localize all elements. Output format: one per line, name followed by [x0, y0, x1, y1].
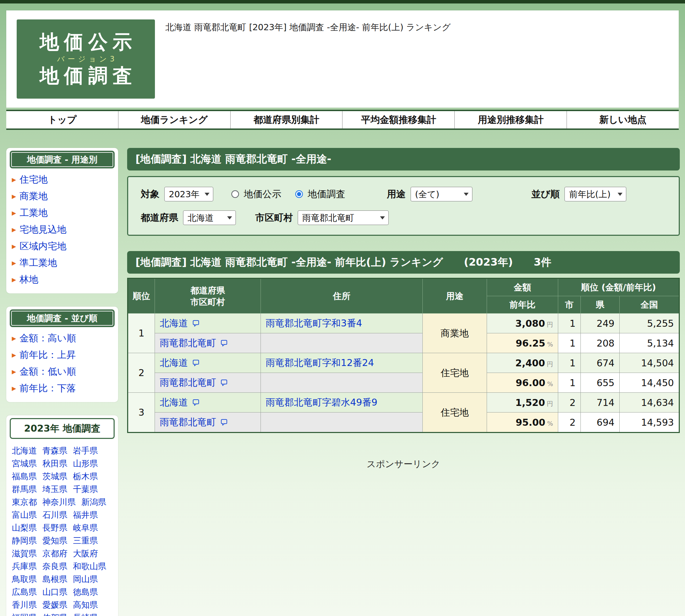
triangle-bullet-icon: ▶ — [12, 335, 16, 342]
target-label: 対象 — [141, 188, 159, 200]
chika-koji-radio[interactable] — [231, 190, 239, 198]
price-cell: 3,080円 — [487, 314, 558, 333]
prefecture-link[interactable]: 和歌山県 — [73, 561, 106, 572]
prefecture-link[interactable]: 佐賀県 — [42, 612, 67, 616]
logo-line-2: 地価調査 — [35, 65, 137, 87]
usage-select[interactable]: (全て) — [411, 187, 472, 201]
prefecture-link[interactable]: 福井県 — [73, 509, 98, 521]
prefecture-link[interactable]: 滋賀県 — [12, 548, 37, 559]
prefecture-link[interactable]: 福島県 — [12, 471, 37, 482]
city-link[interactable]: 雨竜郡北竜町 — [160, 416, 228, 428]
prefecture-link[interactable]: 山形県 — [73, 458, 98, 469]
city-link[interactable]: 雨竜郡北竜町 — [160, 376, 228, 389]
prefecture-link[interactable]: 岐阜県 — [73, 522, 98, 534]
sidebar-usage-link[interactable]: ▶ 区域内宅地 — [10, 238, 115, 255]
price-national-rank-cell: 14,634 — [620, 393, 679, 413]
sidebar-usage-link[interactable]: ▶ 住宅地 — [10, 171, 115, 188]
year-select[interactable]: 2023年 — [164, 187, 213, 201]
pref-link[interactable]: 北海道 — [160, 357, 200, 369]
prefecture-link[interactable]: 香川県 — [12, 599, 37, 611]
prefecture-link[interactable]: 岩手県 — [73, 445, 98, 457]
prefecture-link[interactable]: 東京都 — [12, 497, 37, 508]
prefecture-link[interactable]: 山梨県 — [12, 522, 37, 534]
prefecture-link[interactable]: 青森県 — [42, 445, 67, 457]
city-link[interactable]: 雨竜郡北竜町 — [160, 337, 228, 349]
sidebar-usage-link[interactable]: ▶ 宅地見込地 — [10, 221, 115, 238]
prefecture-link[interactable]: 宮城県 — [12, 458, 37, 469]
pref-link[interactable]: 北海道 — [160, 317, 200, 330]
prefecture-link[interactable]: 北海道 — [12, 445, 37, 457]
sidebar-sort-link[interactable]: ▶ 前年比：上昇 — [10, 347, 115, 363]
ranking-table: 順位 都道府県 市区町村 住所 用途 金額 順位 (金額/前年比) 前年比 市 … — [127, 278, 680, 433]
triangle-bullet-icon: ▶ — [12, 176, 16, 183]
sidebar-sort-link[interactable]: ▶ 金額：高い順 — [10, 330, 115, 347]
prefecture-link[interactable]: 千葉県 — [73, 484, 98, 495]
prefecture-link[interactable]: 岡山県 — [73, 574, 98, 585]
prefecture-link[interactable]: 静岡県 — [12, 535, 37, 547]
prefecture-link[interactable]: 鳥取県 — [12, 574, 37, 585]
nav-item[interactable]: 都道府県別集計 — [230, 111, 342, 128]
prefecture-link[interactable]: 大阪府 — [73, 548, 98, 559]
prefecture-link[interactable]: 長野県 — [42, 522, 67, 534]
prefecture-link[interactable]: 秋田県 — [42, 458, 67, 469]
sort-select[interactable]: 前年比(上) — [564, 187, 626, 201]
table-row: 2 北海道 雨竜郡北竜町字和12番24 住宅地 2,400円 1 — [128, 353, 679, 373]
prefecture-link[interactable]: 愛媛県 — [42, 599, 67, 611]
chika-chousa-radio[interactable] — [295, 190, 303, 198]
prefecture-link[interactable]: 愛知県 — [42, 535, 67, 547]
price-city-rank-cell: 1 — [558, 314, 581, 333]
prefecture-link[interactable]: 三重県 — [73, 535, 98, 547]
prefecture-link[interactable]: 神奈川県 — [42, 497, 76, 508]
prefecture-link[interactable]: 長崎県 — [73, 612, 98, 616]
nav-item[interactable]: 用途別推移集計 — [454, 111, 567, 128]
prefecture-select[interactable]: 北海道 — [183, 210, 236, 225]
prefecture-link[interactable]: 福岡県 — [12, 612, 37, 616]
usage-cell: 住宅地 — [423, 393, 487, 433]
map-bubble-icon — [220, 339, 228, 347]
table-row: 3 北海道 雨竜郡北竜町字碧水49番9 住宅地 1,520円 2 — [128, 393, 679, 413]
prefecture-link[interactable]: 新潟県 — [81, 497, 106, 508]
nav-item[interactable]: 平均金額推移集計 — [342, 111, 454, 128]
prefecture-link[interactable]: 広島県 — [12, 586, 37, 598]
sidebar-usage-link[interactable]: ▶ 工業地 — [10, 205, 115, 221]
prefecture-link[interactable]: 高知県 — [73, 599, 98, 611]
address-link[interactable]: 雨竜郡北竜町字和12番24 — [266, 357, 374, 369]
sidebar: 地価調査 - 用途別 ▶ 住宅地 ▶ 商業地 — [6, 148, 118, 616]
nav-item[interactable]: 地価ランキング — [118, 111, 230, 128]
city-cell: 雨竜郡北竜町 — [155, 413, 261, 433]
prefecture-link[interactable]: 兵庫県 — [12, 561, 37, 572]
site-logo[interactable]: 地価公示 バージョン3 地価調査 — [17, 19, 155, 99]
map-bubble-icon — [220, 418, 228, 426]
address-link[interactable]: 雨竜郡北竜町字和3番4 — [266, 317, 362, 330]
prefecture-link[interactable]: 群馬県 — [12, 484, 37, 495]
pref-link[interactable]: 北海道 — [160, 396, 200, 409]
sidebar-usage-link[interactable]: ▶ 商業地 — [10, 188, 115, 205]
prefecture-link[interactable]: 京都府 — [42, 548, 67, 559]
sidebar-sort-box: 地価調査 - 並び順 ▶ 金額：高い順 ▶ 前年比：上昇 — [6, 307, 118, 402]
city-select[interactable]: 雨竜郡北竜町 — [298, 210, 389, 225]
triangle-bullet-icon: ▶ — [12, 193, 16, 200]
prefecture-link[interactable]: 徳島県 — [73, 586, 98, 598]
yoy-national-rank-cell: 5,134 — [620, 333, 679, 353]
page-title: 北海道 雨竜郡北竜町 [2023年] 地価調査 -全用途- 前年比(上) ランキ… — [165, 22, 451, 33]
yoy-pref-rank-cell: 694 — [581, 413, 620, 433]
prefecture-link[interactable]: 石川県 — [42, 509, 67, 521]
prefecture-link[interactable]: 埼玉県 — [42, 484, 67, 495]
prefecture-link[interactable]: 富山県 — [12, 509, 37, 521]
sidebar-sort-link[interactable]: ▶ 前年比：下落 — [10, 380, 115, 397]
pref-cell: 北海道 — [155, 353, 261, 373]
nav-item[interactable]: 新しい地点 — [567, 111, 679, 128]
prefecture-link[interactable]: 山口県 — [42, 586, 67, 598]
table-header-row: 順位 都道府県 市区町村 住所 用途 金額 順位 (金額/前年比) — [128, 278, 679, 296]
empty-address-cell — [261, 373, 423, 393]
prefecture-link[interactable]: 奈良県 — [42, 561, 67, 572]
prefecture-link[interactable]: 茨城県 — [42, 471, 67, 482]
address-link[interactable]: 雨竜郡北竜町字碧水49番9 — [266, 396, 378, 409]
sidebar-sort-link[interactable]: ▶ 金額：低い順 — [10, 363, 115, 380]
prefecture-link[interactable]: 栃木県 — [73, 471, 98, 482]
prefecture-link[interactable]: 島根県 — [42, 574, 67, 585]
sidebar-usage-link[interactable]: ▶ 林地 — [10, 271, 115, 288]
yoy-cell: 96.25% — [487, 333, 558, 353]
sidebar-usage-link[interactable]: ▶ 準工業地 — [10, 255, 115, 271]
nav-item[interactable]: トップ — [6, 111, 118, 128]
